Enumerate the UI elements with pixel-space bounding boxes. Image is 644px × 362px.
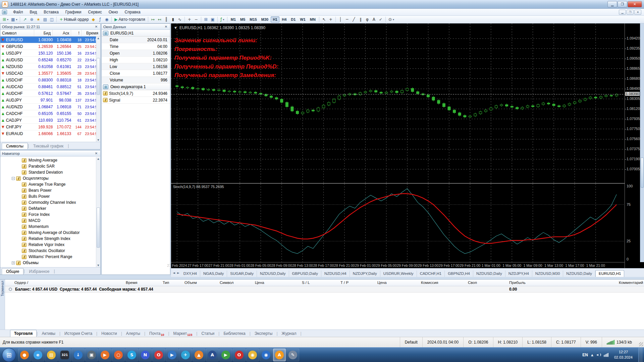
terminal-tab-Статьи[interactable]: Статьи (197, 330, 218, 337)
cursor-button[interactable]: ↖ (321, 16, 327, 23)
period-button-MN[interactable]: MN (308, 16, 318, 22)
search-button[interactable]: ⊙▾ (387, 16, 395, 23)
cascade-windows-button[interactable]: ▣ (209, 16, 216, 23)
symbol-row-AUDNZD[interactable]: ▲AUDNZD1.068471.069187123:54:53 (0, 104, 100, 110)
navigator-tab-Избранное[interactable]: Избранное (25, 268, 54, 275)
symbol-row-CADJPY[interactable]: ▲CADJPY110.693110.7546123:54:58 (0, 117, 100, 124)
navigator-item-Bears Power[interactable]: fBears Power (0, 187, 100, 193)
terminal-column-Ордер /[interactable]: Ордер / (14, 281, 28, 285)
symbol-row-CADCHF[interactable]: ▲CADCHF0.651050.651555023:54:58 (0, 110, 100, 117)
symbol-row-AUDCAD[interactable]: ▲AUDCAD0.884610.885125123:54:57 (0, 83, 100, 90)
chart-tab-NZDUSD,M30[interactable]: NZDUSD,M30 (532, 270, 563, 277)
period-button-M15[interactable]: M15 (248, 16, 259, 22)
terminal-tab-Активы[interactable]: Активы (38, 330, 59, 337)
symbol-row-NZDUSD[interactable]: ▲NZDUSD0.610580.610812323:54:58 (0, 63, 100, 70)
zoom-out-button[interactable]: − (193, 16, 200, 23)
navigator-item-Bulls Power[interactable]: fBulls Power (0, 193, 100, 199)
period-button-M1[interactable]: M1 (229, 16, 238, 22)
internet-explorer-icon[interactable]: e (32, 349, 44, 361)
channel-button[interactable]: ∥ (357, 16, 364, 23)
chart-tab-CADCHF,H1[interactable]: CADCHF,H1 (417, 270, 445, 277)
terminal-column-Время[interactable]: Время (126, 281, 138, 285)
terminal-tab-Маркет[interactable]: Маркет123 (169, 330, 197, 337)
chart-tab-NZDJPY,H4[interactable]: NZDJPY,H4 (505, 270, 532, 277)
zoom-in-button[interactable]: + (186, 16, 193, 23)
time-axis[interactable]: 27 Feb 202427 Feb 17:0027 Feb 21:0028 Fe… (171, 262, 625, 268)
signals-button[interactable]: ◉ (103, 16, 110, 23)
terminal-column-Комиссия[interactable]: Комиссия (421, 281, 438, 285)
show-desktop-button[interactable] (638, 348, 643, 362)
chart-shift-button[interactable]: ↦ (150, 16, 156, 23)
close-icon[interactable]: ✕ (164, 25, 168, 28)
navigator-toggle[interactable]: ◫ (48, 16, 55, 23)
tray-expand-icon[interactable]: ▲ (591, 353, 593, 357)
navigator-item-Force Index[interactable]: fForce Index (0, 212, 100, 218)
tile-windows-button[interactable]: ⊞ (203, 16, 209, 23)
terminal-column-Прибыль[interactable]: Прибыль (509, 281, 526, 285)
terminal-tab-Библиотека[interactable]: Библиотека (219, 330, 249, 337)
symbol-row-USDCAD[interactable]: ▼USDCAD1.355771.356052823:54:54 (0, 70, 100, 77)
column-header-![interactable]: ! (71, 30, 82, 36)
symbol-row-AUDJPY[interactable]: ▲AUDJPY97.90198.03813723:54:58 (0, 97, 100, 104)
bars-style-button[interactable]: ║ (163, 16, 170, 23)
chart-tab-NZDUSD,Daily[interactable]: NZDUSD,Daily (563, 270, 595, 277)
expand-icon[interactable]: + (12, 261, 15, 264)
period-button-M30[interactable]: M30 (259, 16, 270, 22)
navigator-item-Relative Vigor Index[interactable]: fRelative Vigor Index (0, 242, 100, 248)
navigator-item-Average True Range[interactable]: fAverage True Range (0, 181, 100, 187)
crosshair-target-button[interactable]: ⊕ (28, 16, 35, 23)
terminal-column-Цена[interactable]: Цена (255, 281, 264, 285)
scroll-down-icon[interactable]: ▼ (96, 264, 100, 267)
terminal-column-Комментарий[interactable]: Комментарий (619, 281, 643, 285)
symbol-row-AUDUSD[interactable]: ▲AUDUSD0.652480.652702223:54:43 (0, 57, 100, 63)
chart-scrollbar[interactable] (640, 23, 644, 262)
market-watch-scrollbar[interactable]: ▲ ▼ (96, 37, 100, 142)
fibonacci-button[interactable]: φ (364, 16, 371, 23)
navigator-scrollbar[interactable]: ▲ ▼ (96, 157, 100, 267)
terminal-tab-История Счета[interactable]: История Счета (60, 330, 96, 337)
line-style-button[interactable]: ∿ (176, 16, 183, 23)
chrome-icon[interactable]: ◉ (246, 349, 259, 361)
horizontal-line-button[interactable]: ─ (344, 16, 351, 23)
symbol-row-CHFJPY[interactable]: ▼CHFJPY169.928170.07214423:54:58 (0, 124, 100, 130)
period-button-M5[interactable]: M5 (238, 16, 247, 22)
download-manager-icon[interactable]: ↓ (72, 349, 85, 361)
new-order-button[interactable]: +Новый ордер (58, 16, 90, 23)
chart-tab-DXY,H4[interactable]: DXY,H4 (180, 270, 200, 277)
menu-item-Окно[interactable]: Окно (105, 9, 121, 15)
terminal-tab-Алерты[interactable]: Алерты (122, 330, 144, 337)
chart-tab-NGAS,Daily[interactable]: NGAS,Daily (200, 270, 227, 277)
language-indicator[interactable]: EN (582, 353, 588, 357)
mdi-close-button[interactable]: ✕ (634, 10, 641, 15)
amarkets-icon[interactable]: A (273, 349, 286, 361)
restore-button[interactable]: ❐ (618, 1, 627, 7)
market-watch-toggle[interactable]: ↗ (21, 16, 28, 23)
data-window-toggle[interactable]: ▤ (42, 16, 48, 23)
chart-tab-NZDJPY,Daily[interactable]: NZDJPY,Daily (350, 270, 380, 277)
chart-tab-EURUSD,H1[interactable]: EURUSD,H1 (595, 270, 624, 277)
taskbar-clock[interactable]: 12:27 02.03.2024 (611, 350, 635, 360)
chart-autoscroll-button[interactable]: ↤ (156, 16, 163, 23)
scroll-up-icon[interactable]: ▲ (96, 158, 100, 160)
navigator-item-Осцилляторы[interactable]: −fОсцилляторы (0, 175, 100, 181)
period-button-H1[interactable]: H1 (271, 16, 279, 22)
volume-icon[interactable] (596, 353, 601, 357)
period-button-H4[interactable]: H4 (280, 16, 288, 22)
opera-red-icon[interactable]: O (233, 349, 246, 361)
terminal-column-Цена[interactable]: Цена (377, 281, 387, 285)
market-watch-tab-Тиковый график[interactable]: Тиковый график (29, 143, 68, 149)
experts-button[interactable]: ƒ (97, 16, 103, 23)
terminal-tab-Торговля[interactable]: Торговля (10, 330, 37, 337)
browser-blue-icon[interactable]: ◉ (260, 349, 272, 361)
autotrading-button[interactable]: ▶Авто-торговля (113, 16, 146, 23)
scroll-down-icon[interactable]: ▼ (96, 139, 100, 141)
photoshop-icon[interactable]: A (206, 349, 219, 361)
menu-item-Вид[interactable]: Вид (26, 9, 41, 15)
opera-icon[interactable]: O (152, 349, 165, 361)
market-watch-tab-Символы[interactable]: Символы (2, 143, 28, 149)
chart-dropdown-icon[interactable]: ▼ (174, 26, 177, 29)
terminal-column-Символ[interactable]: Символ (220, 281, 233, 285)
kmplayer-321-icon[interactable]: 321 (58, 349, 71, 361)
navigator-item-Stochastic Oscillator[interactable]: fStochastic Oscillator (0, 248, 100, 254)
firefox-icon[interactable]: ● (18, 349, 31, 361)
